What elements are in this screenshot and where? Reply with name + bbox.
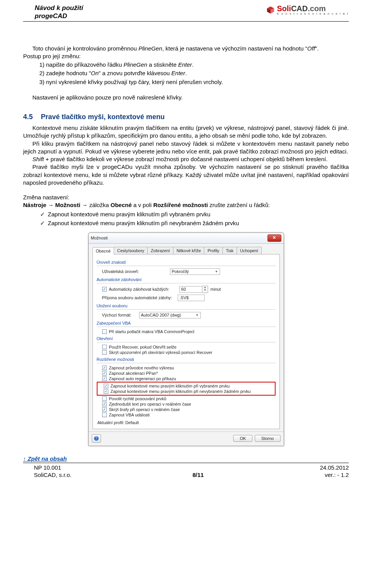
chevron-down-icon: ▼ <box>215 270 218 273</box>
nav-instruction: Nástroje → Možnosti → záložka Obecné a v… <box>23 201 349 209</box>
vba-suppress-label: Při startu potlačit makra VBA CommonProj… <box>109 329 195 334</box>
ext-autoregen-checkbox[interactable] <box>102 376 107 381</box>
checkmark-icon: ✓ <box>40 219 48 227</box>
check-item-1: ✓Zapnout kontextové menu pravým kliknutí… <box>40 210 349 218</box>
backup-unit-label: minut <box>210 287 221 291</box>
checkmark-icon: ✓ <box>40 210 48 218</box>
backup-ext-label: Přípona souboru automatické zálohy: <box>102 295 175 300</box>
page-header: Návod k použití progeCAD SoliCAD.com K o… <box>23 4 349 22</box>
ext-autoregen-label: Zapnout auto regeneraci po příkazu <box>109 376 176 381</box>
save-format-label: Výchozí formát: <box>102 313 137 317</box>
footer-version: ver.: - 1.2 <box>325 471 349 479</box>
ext-hide-hatch-label: Skrýt šrafy při operaci v reálném čase <box>109 407 180 412</box>
group-skill-label: Úroveň znalostí <box>97 260 276 265</box>
ext-ctx-none-checkbox[interactable] <box>104 389 108 394</box>
ext-vba-events-checkbox[interactable] <box>102 413 107 417</box>
group-extended-label: Rozšířené možnosti <box>97 357 276 362</box>
embedded-screenshot: Možnosti ✕ Obecné Cesty/soubory Zobrazen… <box>88 233 284 446</box>
skill-level-label: Uživatelská úroveň: <box>102 269 168 274</box>
tab-profily[interactable]: Profily <box>204 247 223 254</box>
doc-title-line2: progeCAD <box>35 12 83 20</box>
ext-fastmove-checkbox[interactable] <box>102 396 107 401</box>
vba-suppress-checkbox[interactable] <box>102 329 107 334</box>
ext-ppan-checkbox[interactable] <box>102 371 107 376</box>
paragraph-context-menu-1: Kontextové menu získáte kliknutím pravým… <box>23 124 349 140</box>
ext-ppan-label: Zapnout akceleraci PPan* <box>109 371 158 376</box>
backup-ext-input[interactable]: .SV$ <box>178 295 205 301</box>
group-save-label: Uložení souboru <box>97 303 276 308</box>
section-number: 4.5 <box>23 113 41 121</box>
paragraph-context-menu-3: Shift + pravé tlačítko kdekoli ve výkres… <box>23 155 349 163</box>
footer-date: 24.05.2012 <box>320 464 349 472</box>
step-3: 3) nyní vykreslené křivky používají typ … <box>39 78 349 86</box>
help-icon: ? <box>94 436 99 441</box>
paragraph-plinegen-intro: Toto chování je kontrolováno proměnnou P… <box>23 45 349 52</box>
ext-wizard-checkbox[interactable] <box>102 366 107 370</box>
cancel-button[interactable]: Storno <box>255 435 280 442</box>
ext-simplify-text-label: Zjednodušit text pro operaci v reálném č… <box>109 402 191 406</box>
logo: SoliCAD.com K o n s t r u k č n í k a n … <box>266 4 349 15</box>
ext-vba-events-label: Zapnout VBA události <box>109 413 150 417</box>
open-hide-warn-label: Skrýt upozornění při otevírání výkresů p… <box>109 350 212 355</box>
skill-level-combo[interactable]: Pokročilý▼ <box>170 268 220 275</box>
close-button[interactable]: ✕ <box>267 234 281 242</box>
paragraph-context-menu-2: Při kliku pravým tlačítkem na nástrojový… <box>23 140 349 156</box>
open-hide-warn-checkbox[interactable] <box>102 350 107 355</box>
step-1: 1) napište do příkazového řádku PlineGen… <box>39 61 349 69</box>
dialog-title-text: Možnosti <box>91 236 108 240</box>
section-title: Pravé tlačítko myši, kontextové menu <box>41 113 165 121</box>
tab-cesty[interactable]: Cesty/soubory <box>114 247 148 254</box>
open-recover-checkbox[interactable] <box>102 345 107 349</box>
auto-backup-label: Automaticky zálohovat každých: <box>109 287 170 291</box>
auto-backup-checkbox[interactable] <box>102 287 107 291</box>
paragraph-applied-note: Nastavení je aplikováno pouze pro nově n… <box>23 94 349 101</box>
logo-text-sub: K o n s t r u k č n í k a n c e l á ř <box>277 12 349 15</box>
tab-uchopeni[interactable]: Uchopení <box>237 247 262 254</box>
section-heading-4-5: 4.5Pravé tlačítko myši, kontextové menu <box>23 113 349 121</box>
ok-button[interactable]: OK <box>233 435 252 442</box>
logo-text-main: SoliCAD.com <box>277 5 349 12</box>
ext-simplify-text-checkbox[interactable] <box>102 402 107 406</box>
backup-interval-input[interactable]: 60 <box>179 286 202 293</box>
page-footer: NP 10.001 24.05.2012 SoliCAD, s.r.o. 8/1… <box>23 463 349 479</box>
doc-title-block: Návod k použití progeCAD <box>23 4 83 20</box>
footer-doc-id: NP 10.001 <box>34 464 61 472</box>
ext-ctx-selected-checkbox[interactable] <box>104 384 108 388</box>
tab-nitkove[interactable]: Nitkové kříže <box>173 247 205 254</box>
open-recover-label: Použít Recover, pokud Otevřít selže <box>109 345 177 349</box>
paragraph-context-menu-4: Pravé tlačítko myši lze v progeCADu využ… <box>23 163 349 187</box>
ext-ctx-selected-label: Zapnout kontextové menu pravým kliknutím… <box>111 384 230 388</box>
save-format-combo[interactable]: AutoCAD 2007 (dwg)▼ <box>139 312 201 318</box>
group-open-label: Otevření <box>97 336 276 341</box>
ext-ctx-none-label: Zapnout kontextové menu pravým kliknutím… <box>111 389 251 394</box>
current-profile-label: Aktuální profil: Default <box>98 420 276 425</box>
ext-hide-hatch-checkbox[interactable] <box>102 407 107 412</box>
help-button[interactable]: ? <box>92 434 101 443</box>
step-2: 2) zadejte hodnotu "On" a znovu potvrďte… <box>39 69 349 77</box>
highlighted-options-box: Zapnout kontextové menu pravým kliknutím… <box>97 382 276 396</box>
dialog-footer: ? OK Storno <box>89 431 284 446</box>
group-vba-label: Zabezpečení VBA <box>97 321 276 325</box>
back-to-toc-link[interactable]: ↑ Zpět na obsah <box>23 455 349 462</box>
footer-company: SoliCAD, s.r.o. <box>34 471 72 479</box>
logo-cube-icon <box>266 6 275 14</box>
group-backup-label: Automatické zálohování <box>97 277 276 282</box>
change-settings-label: Změna nastavení: <box>23 194 349 201</box>
chevron-down-icon: ▼ <box>196 313 199 317</box>
paragraph-steps-intro: Postup pro její změnu: <box>23 52 349 60</box>
tab-strip: Obecné Cesty/soubory Zobrazení Nitkové k… <box>92 247 280 254</box>
options-dialog: Možnosti ✕ Obecné Cesty/soubory Zobrazen… <box>88 233 284 446</box>
ext-fastmove-label: Povolit rychlé posouvání prvků <box>109 396 166 401</box>
body: Toto chování je kontrolováno proměnnou P… <box>23 45 349 479</box>
tab-obecne[interactable]: Obecné <box>92 247 114 254</box>
ext-wizard-label: Zapnout průvodce nového výkresu <box>109 366 174 370</box>
doc-title-line1: Návod k použití <box>35 4 83 12</box>
dialog-titlebar: Možnosti ✕ <box>89 233 284 244</box>
check-item-2: ✓Zapnout kontextové menu pravým kliknutí… <box>40 219 349 227</box>
spinner-buttons[interactable]: ▲▼ <box>202 286 208 293</box>
tab-zobrazeni[interactable]: Zobrazení <box>147 247 173 254</box>
tab-panel-obecne: Úroveň znalostí Uživatelská úroveň: Pokr… <box>92 254 280 429</box>
tab-tisk[interactable]: Tisk <box>222 247 237 254</box>
footer-page-number: 8/11 <box>192 471 204 479</box>
